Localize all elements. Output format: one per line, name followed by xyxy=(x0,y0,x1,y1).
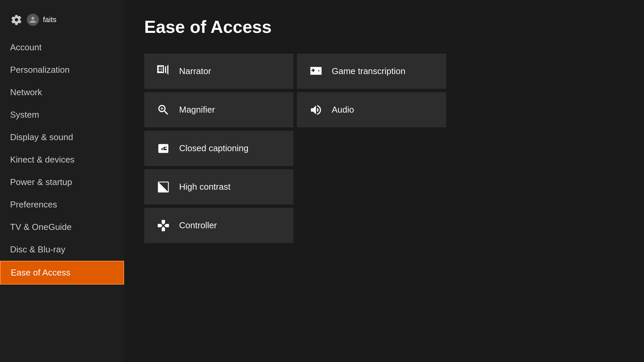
game-transcription-icon xyxy=(309,64,323,79)
controller-icon xyxy=(156,218,171,233)
sidebar-item-tv-oneguide[interactable]: TV & OneGuide xyxy=(0,216,124,238)
magnifier-item[interactable]: Magnifier xyxy=(144,92,293,127)
sidebar-item-personalization[interactable]: Personalization xyxy=(0,59,124,81)
avatar xyxy=(27,14,39,26)
high-contrast-item[interactable]: High contrast xyxy=(144,169,293,204)
sidebar-item-system[interactable]: System xyxy=(0,104,124,126)
audio-label: Audio xyxy=(332,105,354,115)
closed-captioning-item[interactable]: Closed captioning xyxy=(144,131,293,166)
controller-label: Controller xyxy=(179,220,217,231)
sidebar-item-disc-bluray[interactable]: Disc & Blu-ray xyxy=(0,238,124,261)
sidebar-item-ease-of-access[interactable]: Ease of Access xyxy=(0,261,124,285)
page-title: Ease of Access xyxy=(144,17,624,37)
username-label: faits xyxy=(43,15,56,24)
game-transcription-item[interactable]: Game transcription xyxy=(297,54,446,89)
sidebar-item-preferences[interactable]: Preferences xyxy=(0,193,124,216)
sidebar-item-account[interactable]: Account xyxy=(0,36,124,59)
narrator-icon xyxy=(156,64,171,79)
sidebar-item-network[interactable]: Network xyxy=(0,81,124,104)
sidebar-nav: Account Personalization Network System D… xyxy=(0,36,124,362)
narrator-item[interactable]: Narrator xyxy=(144,54,293,89)
magnifier-icon xyxy=(156,103,171,117)
sidebar-header: faits xyxy=(0,10,124,36)
settings-icon xyxy=(10,13,23,26)
sidebar: faits Account Personalization Network Sy… xyxy=(0,0,124,362)
magnifier-label: Magnifier xyxy=(179,105,215,115)
main-content: Ease of Access Narrator Game transcripti… xyxy=(124,0,644,362)
closed-captioning-icon xyxy=(156,141,171,156)
controller-item[interactable]: Controller xyxy=(144,208,293,243)
sidebar-item-kinect-devices[interactable]: Kinect & devices xyxy=(0,148,124,171)
narrator-label: Narrator xyxy=(179,66,211,76)
audio-item[interactable]: Audio xyxy=(297,92,446,127)
sidebar-item-power-startup[interactable]: Power & startup xyxy=(0,171,124,193)
ease-of-access-grid: Narrator Game transcription Magnifier xyxy=(144,54,446,243)
audio-icon xyxy=(309,103,323,117)
game-transcription-label: Game transcription xyxy=(332,66,406,76)
high-contrast-icon xyxy=(156,180,171,194)
sidebar-item-display-sound[interactable]: Display & sound xyxy=(0,126,124,148)
closed-captioning-label: Closed captioning xyxy=(179,143,249,154)
high-contrast-label: High contrast xyxy=(179,182,230,192)
